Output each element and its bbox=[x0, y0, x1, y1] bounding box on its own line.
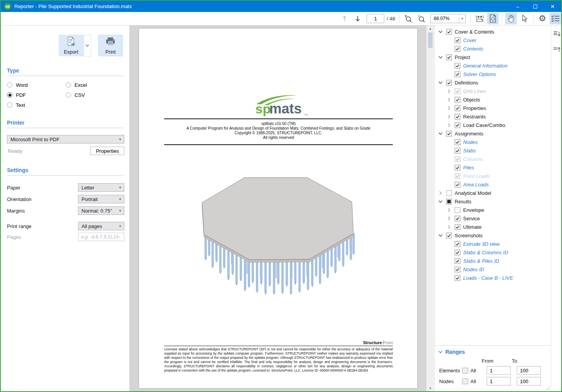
radio-circle-icon[interactable] bbox=[7, 82, 12, 88]
scroll-up-icon[interactable]: ▲ bbox=[429, 25, 432, 32]
checkbox-checked[interactable] bbox=[455, 173, 460, 179]
tree-item-cover[interactable]: Cover bbox=[435, 36, 551, 44]
margins-select[interactable]: Normal: 0.75”▼ bbox=[78, 206, 124, 215]
tree-item-general-information[interactable]: General Information bbox=[435, 61, 551, 70]
tree-item-grid-lines[interactable]: Grid Lines bbox=[435, 87, 551, 95]
fit-page-icon[interactable] bbox=[487, 13, 499, 24]
type-radio-pdf[interactable]: PDF bbox=[7, 92, 66, 98]
checkbox-checked[interactable] bbox=[455, 241, 460, 247]
elements-from-input[interactable] bbox=[487, 366, 511, 375]
ranges-header[interactable]: Ranges bbox=[438, 349, 465, 355]
elements-to-input[interactable] bbox=[517, 366, 541, 375]
chevron-right-icon[interactable] bbox=[446, 114, 452, 119]
checkbox-checked[interactable] bbox=[455, 156, 460, 162]
tree-item-screenshots[interactable]: Screenshots bbox=[435, 231, 551, 240]
checkbox-checked[interactable] bbox=[455, 258, 460, 264]
radio-circle-icon[interactable] bbox=[7, 102, 12, 108]
chevron-right-icon[interactable] bbox=[446, 216, 452, 221]
checkbox-checked[interactable] bbox=[455, 122, 460, 128]
radio-circle-icon[interactable] bbox=[7, 92, 12, 98]
chevron-down-icon[interactable] bbox=[438, 199, 443, 204]
minimize-button[interactable]: – bbox=[509, 1, 526, 12]
radio-circle-icon[interactable] bbox=[66, 92, 71, 98]
checkbox-checked[interactable] bbox=[455, 63, 460, 69]
type-radio-text[interactable]: Text bbox=[7, 102, 66, 108]
checkbox-checked[interactable] bbox=[455, 216, 460, 221]
checkbox-checked[interactable] bbox=[455, 105, 460, 111]
radio-circle-icon[interactable] bbox=[66, 82, 71, 88]
checkbox-checked[interactable] bbox=[455, 250, 460, 255]
tree-item-definitions[interactable]: Definitions bbox=[435, 78, 551, 87]
chevron-right-icon[interactable] bbox=[446, 97, 452, 102]
tree-item-nodes[interactable]: Nodes bbox=[435, 138, 551, 146]
chevron-down-icon[interactable] bbox=[438, 233, 443, 238]
tree-item-solver-options[interactable]: Solver Options bbox=[435, 70, 551, 78]
tree-item-loads-case-b-live[interactable]: Loads - Case B - LIVE bbox=[435, 274, 551, 282]
checkbox-checked[interactable] bbox=[455, 224, 460, 230]
chevron-right-icon[interactable] bbox=[446, 88, 452, 94]
checkbox-checked[interactable] bbox=[455, 71, 460, 77]
tree-item-ultimate[interactable]: Ultimate bbox=[435, 223, 551, 231]
zoom-out-icon[interactable] bbox=[416, 13, 427, 24]
checkbox-unchecked[interactable] bbox=[446, 190, 452, 196]
scrollbar-thumb[interactable] bbox=[428, 32, 433, 48]
tree-item-project[interactable]: Project bbox=[435, 53, 551, 61]
orientation-select[interactable]: Portrait▼ bbox=[78, 195, 124, 203]
checkbox-checked[interactable] bbox=[446, 29, 452, 35]
chevron-right-icon[interactable] bbox=[446, 105, 452, 111]
export-button[interactable]: Export bbox=[59, 35, 83, 56]
checkbox-checked[interactable] bbox=[455, 165, 460, 171]
chevron-right-icon[interactable] bbox=[438, 190, 443, 196]
tree-item-contents[interactable]: Contents bbox=[435, 44, 551, 53]
tree-item-assignments[interactable]: Assignments bbox=[435, 129, 551, 138]
checkbox-checked[interactable] bbox=[455, 267, 460, 272]
resize-grip[interactable] bbox=[546, 386, 550, 390]
tree-item-slabs-piles-id[interactable]: Slabs & Piles ID bbox=[435, 257, 551, 265]
checkbox-checked[interactable] bbox=[455, 139, 460, 145]
chevron-down-icon[interactable] bbox=[438, 29, 443, 34]
report-options-checklist-icon[interactable] bbox=[550, 13, 561, 24]
expand-all-icon[interactable] bbox=[553, 30, 561, 38]
type-radio-csv[interactable]: CSV bbox=[66, 92, 123, 98]
tree-item-piles[interactable]: Piles bbox=[435, 163, 551, 172]
checkbox-unchecked[interactable] bbox=[455, 207, 460, 213]
chevron-right-icon[interactable] bbox=[446, 122, 452, 128]
tree-item-cover-contents[interactable]: Cover & Contents bbox=[435, 27, 551, 36]
tree-item-results[interactable]: Results bbox=[435, 197, 551, 206]
zoom-level-select[interactable]: 88.07% ▼ bbox=[430, 14, 466, 23]
print-button[interactable]: Print bbox=[98, 35, 123, 56]
chevron-right-icon[interactable] bbox=[446, 224, 452, 230]
checkbox-checked[interactable] bbox=[455, 37, 460, 43]
tree-item-service[interactable]: Service bbox=[435, 214, 551, 223]
settings-gear-icon[interactable]: ⚙ bbox=[537, 13, 548, 24]
tree-item-envelope[interactable]: Envelope bbox=[435, 206, 551, 214]
preview-scrollbar[interactable]: ▲ ▼ bbox=[426, 25, 434, 391]
checkbox-partial[interactable] bbox=[446, 199, 452, 204]
close-button[interactable]: ✕ bbox=[544, 1, 561, 12]
export-dropdown-button[interactable] bbox=[83, 35, 91, 56]
checkbox-checked[interactable] bbox=[455, 114, 460, 120]
checkbox-checked[interactable] bbox=[446, 233, 452, 238]
checkbox-checked[interactable] bbox=[446, 80, 452, 86]
tree-item-objects[interactable]: Objects bbox=[435, 95, 551, 104]
chevron-right-icon[interactable] bbox=[446, 207, 452, 213]
nodes-all-checkbox[interactable] bbox=[462, 378, 468, 384]
printer-properties-button[interactable]: Properties bbox=[90, 147, 124, 155]
nodes-to-input[interactable] bbox=[517, 377, 541, 385]
select-cursor-icon[interactable] bbox=[518, 13, 530, 24]
tree-item-extrude-3d-view[interactable]: Extrude 3D view bbox=[435, 240, 551, 248]
scroll-down-icon[interactable]: ▼ bbox=[429, 385, 432, 391]
maximize-button[interactable] bbox=[526, 1, 544, 12]
pages-range-input[interactable] bbox=[78, 233, 124, 241]
chevron-down-icon[interactable]: ▼ bbox=[459, 14, 465, 23]
type-radio-word[interactable]: Word bbox=[7, 82, 66, 88]
chevron-down-icon[interactable] bbox=[438, 131, 443, 136]
collapse-all-icon[interactable] bbox=[553, 45, 561, 54]
tree-item-analytical-model[interactable]: Analytical Model bbox=[435, 189, 551, 197]
checkbox-checked[interactable] bbox=[455, 88, 460, 94]
print-range-select[interactable]: All pages▼ bbox=[78, 222, 124, 230]
chevron-down-icon[interactable] bbox=[438, 80, 443, 85]
tree-item-load-case-combo-[interactable]: Load Case/Combo. bbox=[435, 121, 551, 129]
tree-item-columns[interactable]: Columns bbox=[435, 155, 551, 163]
tree-item-restraints[interactable]: Restraints bbox=[435, 112, 551, 121]
